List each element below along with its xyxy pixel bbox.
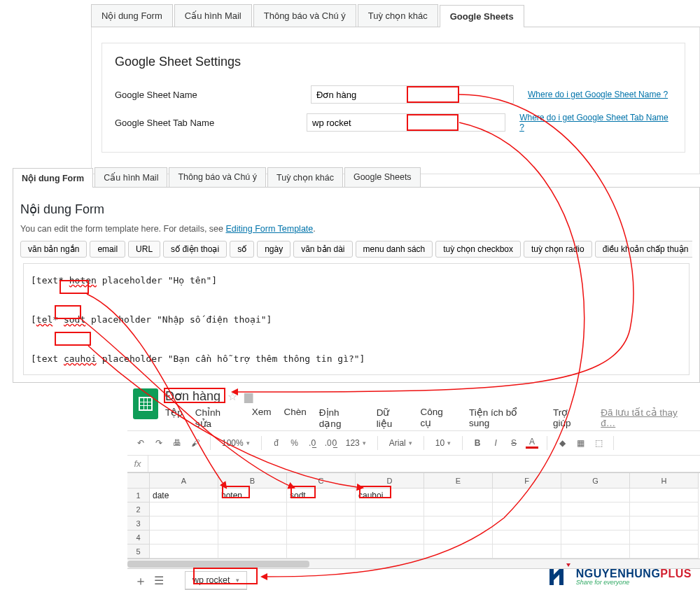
font-size-dropdown[interactable]: 10	[433, 437, 454, 449]
currency-icon[interactable]: đ	[270, 438, 283, 448]
col-header-b[interactable]: B	[218, 473, 287, 489]
tab-thong-bao[interactable]: Thông báo và Chú ý	[253, 4, 356, 27]
tagbtn-select[interactable]: menu danh sách	[356, 241, 433, 258]
print-icon[interactable]: 🖶	[171, 438, 183, 448]
formula-bar[interactable]: fx	[127, 456, 700, 472]
tagbtn-textarea[interactable]: văn bản dài	[293, 241, 352, 258]
tagbtn-acceptance[interactable]: điều khoản chấp thuận	[595, 241, 692, 258]
star-icon[interactable]: ☆	[227, 390, 237, 403]
menu-file[interactable]: Tệp	[165, 407, 183, 429]
cell-g1[interactable]	[561, 489, 630, 503]
tab-google-sheets[interactable]: Google Sheets	[440, 5, 524, 27]
cell-f1[interactable]	[493, 489, 561, 503]
row-header-2[interactable]: 2	[127, 503, 150, 517]
tab-cau-hinh-mail[interactable]: Cấu hình Mail	[174, 4, 252, 27]
spreadsheet-grid[interactable]: A B C D E F G H 1 date hoten sodt cauhoi	[127, 472, 700, 559]
redo-icon[interactable]: ↷	[153, 438, 165, 448]
cell-a1[interactable]: date	[150, 489, 218, 503]
tab2-tuy-chon-khac[interactable]: Tuỳ chọn khác	[267, 167, 343, 187]
menu-format[interactable]: Định dạng	[319, 407, 364, 429]
panel-form-content: Nội dung Form Cấu hình Mail Thông báo và…	[13, 167, 700, 383]
tab-tuy-chon-khac[interactable]: Tuỳ chọn khác	[358, 4, 438, 27]
italic-icon[interactable]: I	[489, 438, 502, 448]
col-header-a[interactable]: A	[150, 473, 218, 489]
col-header-g[interactable]: G	[561, 473, 630, 489]
sheet-tab-wprocket[interactable]: wp rocket	[185, 571, 247, 590]
save-status[interactable]: Đã lưu tất cả thay đ…	[601, 407, 694, 429]
cell-b1[interactable]: hoten	[218, 489, 287, 503]
tagbtn-number[interactable]: số	[230, 241, 254, 258]
col-header-d[interactable]: D	[356, 473, 424, 489]
form-template-textarea[interactable]: [text* hoten placeholder "Họ tên"] [tel*…	[23, 263, 690, 375]
tab2-thong-bao[interactable]: Thông báo và Chú ý	[169, 167, 266, 187]
all-sheets-icon[interactable]: ☰	[154, 574, 164, 587]
document-title[interactable]: Đơn hàng	[165, 388, 220, 404]
tab2-cau-hinh-mail[interactable]: Cấu hình Mail	[94, 167, 167, 187]
settings-title: Google Sheet Settings	[115, 55, 672, 69]
fx-icon: fx	[127, 456, 148, 472]
dec-increase-icon[interactable]: .00̲	[325, 438, 337, 448]
menu-insert[interactable]: Chèn	[284, 407, 307, 429]
tab2-noi-dung-form[interactable]: Nội dung Form	[13, 168, 93, 188]
col-header-f[interactable]: F	[493, 473, 561, 489]
bold-icon[interactable]: B	[471, 438, 484, 448]
tab-noi-dung-form[interactable]: Nội dung Form	[91, 4, 173, 27]
sheet-name-help-link[interactable]: Where do i get Google Sheet Name ?	[528, 90, 668, 99]
add-sheet-icon[interactable]: ＋	[134, 573, 147, 589]
text-color-icon[interactable]: A	[526, 437, 538, 449]
form-editor-hint: You can edit the form template here. For…	[20, 224, 692, 234]
font-dropdown[interactable]: Arial	[386, 437, 415, 449]
merge-icon[interactable]: ⬚	[592, 438, 605, 448]
panel-google-sheets-settings: Nội dung Form Cấu hình Mail Thông báo và…	[91, 4, 700, 174]
col-header-c[interactable]: C	[287, 473, 356, 489]
dec-decrease-icon[interactable]: .0̲	[307, 438, 319, 448]
menu-help[interactable]: Trợ giúp	[553, 407, 588, 429]
cell-d1[interactable]: cauhoi	[356, 489, 424, 503]
sheet-name-input[interactable]	[311, 85, 514, 104]
cell-e1[interactable]	[424, 489, 493, 503]
tagbtn-date[interactable]: ngày	[257, 241, 290, 258]
menu-edit[interactable]: Chỉnh sửa	[195, 407, 239, 429]
borders-icon[interactable]: ▦	[574, 438, 587, 448]
col-header-e[interactable]: E	[424, 473, 493, 489]
tagbtn-tel[interactable]: số điện thoại	[163, 241, 227, 258]
row-header-1[interactable]: 1	[127, 489, 150, 503]
tagbtn-url[interactable]: URL	[128, 241, 160, 258]
folder-move-icon[interactable]: ▆	[244, 390, 253, 403]
tabs-top: Nội dung Form Cấu hình Mail Thông báo và…	[91, 4, 700, 27]
cell-c1[interactable]: sodt	[287, 489, 356, 503]
tagbtn-radio[interactable]: tuỳ chọn radio	[524, 241, 592, 258]
strike-icon[interactable]: S	[507, 438, 520, 448]
sheet-tab-name-help-link[interactable]: Where do i get Google Sheet Tab Name ?	[519, 113, 672, 132]
settings-card: Google Sheet Settings Google Sheet Name …	[102, 43, 685, 153]
row-header-5[interactable]: 5	[127, 545, 150, 559]
fill-color-icon[interactable]: ◆	[556, 438, 568, 448]
tagbtn-checkbox[interactable]: tuỳ chọn checkbox	[435, 241, 521, 258]
row-header-4[interactable]: 4	[127, 531, 150, 545]
tabs-bottom: Nội dung Form Cấu hình Mail Thông báo và…	[13, 167, 700, 188]
editing-template-link[interactable]: Editing Form Template	[225, 224, 313, 234]
col-header-h[interactable]: H	[630, 473, 699, 489]
sheet-name-label: Google Sheet Name	[115, 90, 311, 100]
percent-icon[interactable]: %	[288, 438, 301, 448]
form-editor-title: Nội dung Form	[20, 202, 692, 217]
tagbtn-text[interactable]: văn bản ngắn	[20, 241, 87, 258]
cell-h1[interactable]	[630, 489, 699, 503]
tagbtn-email[interactable]: email	[90, 241, 125, 258]
select-all-corner[interactable]	[127, 473, 150, 489]
brand-logo-icon	[547, 562, 572, 586]
menu-view[interactable]: Xem	[252, 407, 272, 429]
number-format-dropdown[interactable]: 123	[343, 437, 369, 449]
sheet-tab-name-input[interactable]	[307, 113, 505, 132]
zoom-dropdown[interactable]: 100%	[219, 437, 253, 449]
sheet-tab-name-label: Google Sheet Tab Name	[115, 118, 307, 128]
tag-generator-buttons: văn bản ngắn email URL số điện thoại số …	[20, 241, 692, 258]
menu-tools[interactable]: Công cụ	[420, 407, 456, 429]
undo-icon[interactable]: ↶	[134, 438, 147, 448]
paint-format-icon[interactable]: 🖌	[189, 438, 202, 448]
google-sheets-app: Đơn hàng ☆ ▆ Tệp Chỉnh sửa Xem Chèn Định…	[127, 383, 700, 590]
menu-addons[interactable]: Tiện ích bổ sung	[469, 407, 540, 429]
tab2-google-sheets[interactable]: Google Sheets	[344, 167, 421, 187]
menu-data[interactable]: Dữ liệu	[377, 407, 408, 429]
row-header-3[interactable]: 3	[127, 517, 150, 531]
